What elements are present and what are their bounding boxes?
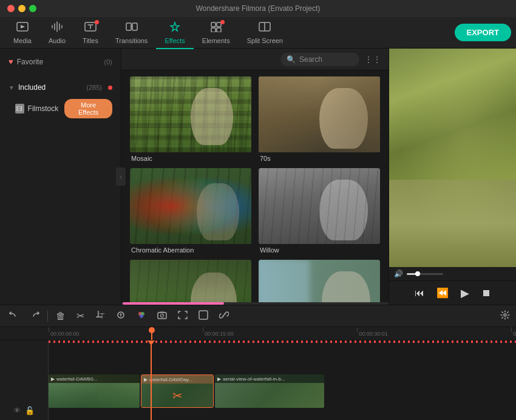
track-body: ▶ waterfall-DAWB0... ▶ waterfall-DAWDay.… [49, 340, 516, 420]
timeline-ruler: 00:00:00:00 00:00:15:00 00:00:30:01 00:0… [0, 327, 516, 340]
effect-willow-thumb [259, 168, 380, 244]
nav-transitions[interactable]: Transitions [107, 19, 156, 47]
crop-button[interactable] [92, 308, 108, 324]
split-screen-icon [259, 21, 271, 35]
scissors-overlay: ✂ [141, 384, 213, 407]
right-panel: 🔊 ⏮ ⏪ ▶ ⏹ [389, 49, 516, 305]
nav-elements[interactable]: Elements [194, 19, 239, 47]
clip-2[interactable]: ▶ waterfall-DAWDay... ✂ [141, 374, 214, 408]
close-button[interactable] [7, 5, 15, 12]
search-input-wrap: 🔍 [280, 53, 359, 66]
time-marker-3: 00:00:45:01 [511, 327, 516, 340]
redo-button[interactable] [27, 308, 42, 324]
svg-point-18 [161, 314, 164, 317]
add-clip-button[interactable] [195, 308, 211, 324]
favorite-count: (0) [104, 58, 112, 66]
sidebar-collapse-arrow[interactable]: ‹ [116, 168, 126, 186]
cut-icon: ✂ [172, 388, 183, 403]
color-button[interactable] [134, 308, 149, 324]
time-marker-0: 00:00:00:00 [49, 327, 80, 340]
effect-70s-thumb [259, 76, 380, 152]
nav-titles[interactable]: Titles [74, 19, 107, 47]
link-button[interactable] [216, 308, 232, 324]
clip-3-thumb [215, 383, 324, 408]
clip-3-title: aerial-view-of-waterfall-in-b... [223, 376, 285, 382]
timeline-settings-button[interactable] [500, 310, 510, 322]
delete-button[interactable]: 🗑 [53, 309, 69, 323]
volume-slider[interactable] [407, 273, 443, 275]
clip-3-header: ▶ aerial-view-of-waterfall-in-b... [215, 374, 324, 383]
effect-70s[interactable]: 70s [259, 76, 380, 162]
skip-back-button[interactable]: ⏮ [412, 285, 427, 301]
video-clips: ▶ waterfall-DAWB0... ▶ waterfall-DAWDay.… [49, 374, 324, 408]
effect-chromatic-label: Chromatic Aberration [130, 246, 251, 254]
more-effects-button[interactable]: More Effects [64, 99, 112, 118]
effects-grid: Mosaic 70s Chrom [121, 70, 389, 302]
audio-button[interactable] [113, 308, 129, 324]
effects-content: 🔍 ⋮⋮ Mosaic [121, 49, 389, 305]
title-bar: Wondershare Filmora (Envato Project) [0, 0, 516, 17]
effect-blur-thumb [259, 260, 380, 302]
clip-1[interactable]: ▶ waterfall-DAWB0... [49, 374, 140, 408]
cut-button[interactable]: ✂ [73, 308, 87, 323]
grid-view-icon[interactable]: ⋮⋮ [364, 55, 381, 64]
play-button[interactable]: ▶ [458, 284, 472, 302]
search-icon: 🔍 [287, 55, 296, 64]
minimize-button[interactable] [18, 5, 25, 12]
svg-rect-2 [126, 23, 131, 30]
track-labels: 👁 🔓 [0, 340, 49, 420]
filmstock-row[interactable]: 🎞 Filmstock More Effects [0, 95, 121, 122]
maximize-button[interactable] [29, 5, 36, 12]
svg-point-20 [504, 314, 506, 316]
search-input[interactable] [299, 55, 354, 64]
frame-back-button[interactable]: ⏪ [434, 285, 451, 301]
sidebar-item-favorite[interactable]: ♥ Favorite (0) [0, 53, 121, 70]
transitions-label: Transitions [115, 37, 148, 44]
heart-icon: ♥ [8, 57, 13, 66]
elements-icon [210, 21, 222, 35]
export-button[interactable]: EXPORT [455, 24, 511, 41]
svg-rect-17 [158, 313, 166, 319]
ruler-marks: 00:00:00:00 00:00:15:00 00:00:30:01 00:0… [49, 327, 516, 340]
split-screen-label: Split Screen [247, 37, 283, 44]
clip-1-play-icon: ▶ [51, 376, 55, 382]
sidebar-item-included[interactable]: ▼ Included (285) [0, 80, 121, 95]
included-label: Included [18, 83, 46, 92]
audio-icon [52, 21, 63, 35]
effect-blur[interactable]: Basic Blur [259, 260, 380, 302]
clip-3[interactable]: ▶ aerial-view-of-waterfall-in-b... [215, 374, 324, 408]
track-playhead-top [148, 340, 155, 345]
effect-007[interactable]: 007 Series [130, 260, 251, 302]
track-lock-icon[interactable]: 🔓 [25, 406, 35, 415]
new-badge [108, 86, 112, 90]
track-label-icons: 👁 🔓 [13, 406, 35, 415]
nav-split-screen[interactable]: Split Screen [239, 19, 291, 47]
effect-mosaic[interactable]: Mosaic [130, 76, 251, 162]
track-eye-icon[interactable]: 👁 [13, 406, 21, 415]
window-title: Wondershare Filmora (Envato Project) [196, 4, 321, 13]
clip-2-header: ▶ waterfall-DAWDay... [141, 375, 213, 384]
sidebar-section-favorite: ♥ Favorite (0) [0, 49, 121, 75]
nav-media[interactable]: Media [5, 19, 40, 47]
transitions-icon [126, 21, 138, 35]
effect-007-thumb [130, 260, 251, 302]
effect-willow[interactable]: Willow [259, 168, 380, 254]
timeline-area: 00:00:00:00 00:00:15:00 00:00:30:01 00:0… [0, 327, 516, 420]
elements-label: Elements [202, 37, 230, 44]
effects-label: Effects [165, 37, 185, 44]
svg-point-16 [140, 314, 143, 318]
time-marker-2: 00:00:30:01 [357, 327, 388, 340]
undo-button[interactable] [6, 308, 22, 324]
snapshot-button[interactable] [154, 308, 170, 324]
toolbar-separator-1 [47, 311, 48, 322]
svg-rect-7 [217, 28, 221, 32]
svg-rect-4 [211, 22, 216, 27]
effect-chromatic[interactable]: Chromatic Aberration [130, 168, 251, 254]
fullscreen-button[interactable] [175, 308, 191, 324]
effect-mosaic-label: Mosaic [130, 155, 251, 162]
nav-audio[interactable]: Audio [40, 19, 74, 47]
titles-icon [84, 21, 97, 35]
left-sidebar: ♥ Favorite (0) ▼ Included (285) 🎞 Filmst… [0, 49, 121, 305]
nav-effects[interactable]: Effects [156, 19, 193, 47]
stop-button[interactable]: ⏹ [479, 285, 494, 301]
